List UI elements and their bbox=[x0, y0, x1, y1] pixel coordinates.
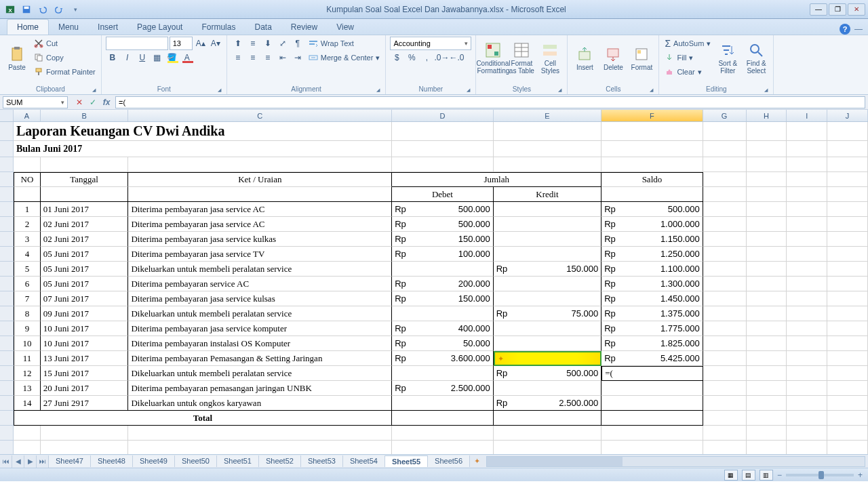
minimize-button[interactable]: — bbox=[810, 3, 827, 16]
increase-indent-icon[interactable]: ⇥ bbox=[291, 51, 304, 64]
tab-page-layout[interactable]: Page Layout bbox=[127, 20, 192, 35]
tab-home[interactable]: Home bbox=[7, 19, 49, 35]
italic-button[interactable]: I bbox=[121, 51, 134, 64]
format-as-table-button[interactable]: Format as Table bbox=[509, 37, 534, 80]
format-cells-button[interactable]: Format bbox=[629, 37, 654, 80]
worksheet-grid[interactable]: Laporan Keuangan CV Dwi AndikaBulan Juni… bbox=[0, 122, 868, 454]
close-button[interactable]: ✕ bbox=[848, 3, 865, 16]
font-name-input[interactable] bbox=[106, 37, 168, 50]
page-break-view-icon[interactable]: ▥ bbox=[760, 470, 773, 481]
copy-button[interactable]: Copy bbox=[33, 51, 97, 64]
sort-filter-button[interactable]: Sort & Filter bbox=[715, 37, 741, 80]
sheet-tab-sheet54[interactable]: Sheet54 bbox=[343, 455, 385, 467]
paste-button[interactable]: Paste bbox=[4, 37, 30, 80]
colhdr-j[interactable]: J bbox=[827, 110, 868, 121]
sheet-tab-sheet53[interactable]: Sheet53 bbox=[301, 455, 343, 467]
maximize-button[interactable]: ❐ bbox=[829, 3, 846, 16]
zoom-out-icon[interactable]: − bbox=[777, 470, 782, 480]
align-bottom-icon[interactable]: ⬇ bbox=[261, 37, 275, 50]
sheet-tab-sheet55[interactable]: Sheet55 bbox=[385, 455, 428, 467]
sheet-nav-first-icon[interactable]: ⏮ bbox=[0, 455, 12, 468]
save-icon[interactable] bbox=[19, 3, 34, 16]
sheet-nav-prev-icon[interactable]: ◀ bbox=[12, 455, 24, 468]
decrease-indent-icon[interactable]: ⇤ bbox=[276, 51, 290, 64]
format-painter-button[interactable]: Format Painter bbox=[33, 65, 97, 79]
tab-insert[interactable]: Insert bbox=[88, 20, 127, 35]
merge-center-button[interactable]: Merge & Center ▾ bbox=[307, 51, 382, 64]
normal-view-icon[interactable]: ▦ bbox=[724, 470, 738, 481]
sheet-tab-sheet50[interactable]: Sheet50 bbox=[175, 455, 217, 467]
align-center-icon[interactable]: ≡ bbox=[246, 51, 260, 64]
align-left-icon[interactable]: ≡ bbox=[231, 51, 245, 64]
colhdr-c[interactable]: C bbox=[128, 110, 392, 121]
increase-font-icon[interactable]: A▴ bbox=[194, 37, 208, 50]
increase-decimal-icon[interactable]: .0→ bbox=[435, 51, 448, 64]
border-button[interactable]: ▦ bbox=[151, 51, 164, 64]
cancel-formula-icon[interactable]: ✕ bbox=[73, 96, 85, 108]
conditional-formatting-button[interactable]: Conditional Formatting bbox=[480, 37, 506, 80]
find-select-button[interactable]: Find & Select bbox=[743, 37, 769, 80]
cell-styles-button[interactable]: Cell Styles bbox=[537, 37, 563, 80]
cut-button[interactable]: Cut bbox=[33, 37, 97, 50]
autosum-button[interactable]: ΣAutoSum ▾ bbox=[663, 37, 712, 50]
clear-button[interactable]: Clear ▾ bbox=[663, 65, 712, 79]
accounting-format-icon[interactable]: $ bbox=[390, 51, 403, 64]
align-top-icon[interactable]: ⬆ bbox=[231, 37, 245, 50]
qat-customize-icon[interactable]: ▾ bbox=[68, 3, 83, 16]
new-sheet-icon[interactable]: ✦ bbox=[470, 457, 484, 466]
decrease-decimal-icon[interactable]: ←.0 bbox=[450, 51, 463, 64]
font-size-input[interactable]: 13 bbox=[170, 37, 193, 50]
sheet-tab-sheet52[interactable]: Sheet52 bbox=[259, 455, 301, 467]
insert-function-icon[interactable]: fx bbox=[100, 96, 113, 108]
fill-color-button[interactable]: 🪣 bbox=[165, 51, 179, 64]
name-box[interactable]: SUM bbox=[3, 96, 68, 108]
align-right-icon[interactable]: ≡ bbox=[261, 51, 275, 64]
undo-icon[interactable] bbox=[35, 3, 50, 16]
font-color-button[interactable]: A bbox=[180, 51, 194, 64]
colhdr-g[interactable]: G bbox=[703, 110, 747, 121]
excel-icon[interactable]: X bbox=[3, 3, 18, 16]
sheet-nav-next-icon[interactable]: ▶ bbox=[24, 455, 37, 468]
percent-format-icon[interactable]: % bbox=[405, 51, 418, 64]
colhdr-d[interactable]: D bbox=[392, 110, 494, 121]
colhdr-i[interactable]: I bbox=[787, 110, 827, 121]
sheet-nav-last-icon[interactable]: ⏭ bbox=[37, 455, 49, 468]
page-layout-view-icon[interactable]: ▤ bbox=[742, 470, 755, 481]
tab-formulas[interactable]: Formulas bbox=[192, 20, 245, 35]
bold-button[interactable]: B bbox=[106, 51, 119, 64]
sheet-tab-sheet48[interactable]: Sheet48 bbox=[91, 455, 133, 467]
insert-cells-button[interactable]: Insert bbox=[572, 37, 597, 80]
tab-review[interactable]: Review bbox=[281, 20, 327, 35]
zoom-in-icon[interactable]: + bbox=[858, 470, 863, 480]
redo-icon[interactable] bbox=[52, 3, 66, 16]
fill-button[interactable]: Fill ▾ bbox=[663, 51, 712, 64]
orientation-icon[interactable]: ⤢ bbox=[276, 37, 290, 50]
colhdr-e[interactable]: E bbox=[494, 110, 602, 121]
tab-view[interactable]: View bbox=[327, 20, 363, 35]
formula-input[interactable]: =( bbox=[115, 96, 865, 108]
underline-button[interactable]: U bbox=[136, 51, 149, 64]
sheet-tab-sheet51[interactable]: Sheet51 bbox=[217, 455, 259, 467]
wrap-text-button[interactable]: Wrap Text bbox=[307, 37, 382, 50]
colhdr-f[interactable]: F bbox=[601, 110, 703, 121]
zoom-slider[interactable] bbox=[786, 474, 854, 476]
sheet-tab-sheet49[interactable]: Sheet49 bbox=[133, 455, 175, 467]
colhdr-h[interactable]: H bbox=[747, 110, 787, 121]
delete-cells-button[interactable]: Delete bbox=[600, 37, 626, 80]
tab-menu[interactable]: Menu bbox=[49, 20, 88, 35]
colhdr-b[interactable]: B bbox=[41, 110, 129, 121]
help-icon[interactable]: ? bbox=[840, 24, 850, 35]
colhdr-a[interactable]: A bbox=[14, 110, 41, 121]
sheet-tab-sheet56[interactable]: Sheet56 bbox=[428, 455, 470, 467]
comma-format-icon[interactable]: , bbox=[420, 51, 433, 64]
number-format-select[interactable]: Accounting bbox=[390, 37, 471, 50]
align-middle-icon[interactable]: ≡ bbox=[246, 37, 260, 50]
select-all-button[interactable] bbox=[0, 110, 14, 121]
tab-data[interactable]: Data bbox=[245, 20, 281, 35]
ribbon-minimize-icon[interactable]: — bbox=[854, 24, 863, 34]
sheet-tab-sheet47[interactable]: Sheet47 bbox=[49, 455, 91, 467]
text-direction-icon[interactable]: ¶ bbox=[291, 37, 304, 50]
horizontal-scrollbar[interactable] bbox=[486, 456, 865, 467]
decrease-font-icon[interactable]: A▾ bbox=[209, 37, 222, 50]
enter-formula-icon[interactable]: ✓ bbox=[87, 96, 99, 108]
